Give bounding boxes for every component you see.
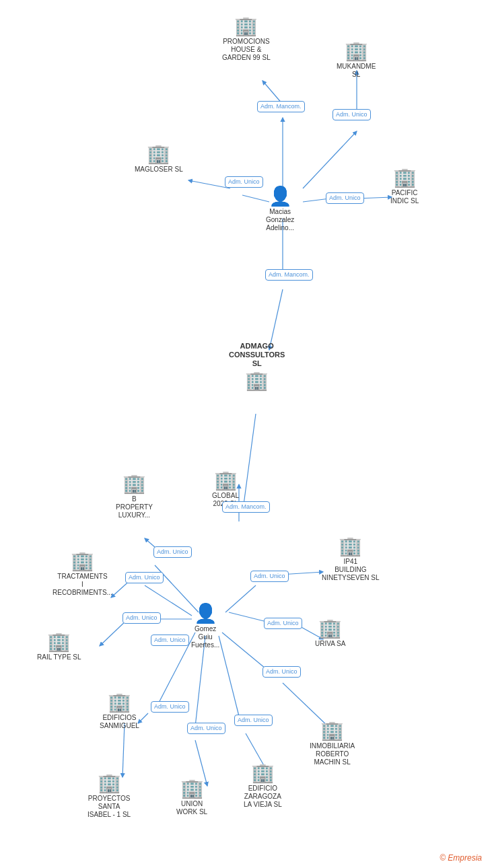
label-pacific: PACIFICINDIC SL [390,189,419,205]
relbox-adm-unico-rail: Adm. Unico [123,612,161,624]
node-admago: ADMAGOCONSSULTORSSL 🏢 [229,340,285,390]
building-icon-promocions: 🏢 [234,17,258,36]
svg-line-23 [138,713,148,723]
building-icon-unionwork: 🏢 [180,779,204,798]
node-edificio-zaragoza: 🏢 EDIFICIOZARAGOZALA VIEJA SL [244,764,282,809]
relbox-adm-unico-ip41: Adm. Unico [250,571,289,582]
label-tractaments: TRACTAMENTSIRECOBRIMENTS... [53,573,112,597]
building-icon-proyectos: 🏢 [98,774,121,793]
label-ip41: IP41BUILDINGNINETYSEVEN SL [322,558,380,582]
person-icon-macias: 👤 [269,187,292,206]
relbox-adm-unico-magloser: Adm. Unico [225,176,263,188]
label-admago-text: ADMAGOCONSSULTORSSL [229,342,285,369]
building-icon-tractaments: 🏢 [71,552,94,571]
relbox-adm-mancom-global: Adm. Mancom. [222,501,270,513]
label-zaragoza: EDIFICIOZARAGOZALA VIEJA SL [244,785,282,809]
node-proyectos: 🏢 PROYECTOSSANTAISABEL - 1 SL [88,774,131,819]
diagram: 🏢 PROMOCIONSHOUSE &GARDEN 99 SL 🏢 MUKAND… [0,0,490,868]
node-bproperty: 🏢 BPROPERTYLUXURY... [116,474,153,519]
relbox-adm-unico-zaragoza: Adm. Unico [234,715,273,726]
svg-line-14 [145,585,192,616]
relbox-adm-unico-bproperty: Adm. Unico [153,546,192,558]
connection-lines [0,0,490,868]
relbox-adm-unico-uriva: Adm. Unico [264,618,302,629]
label-railtype: RAIL TYPE SL [37,653,81,661]
svg-line-16 [225,585,256,612]
label-proyectos: PROYECTOSSANTAISABEL - 1 SL [88,795,131,819]
node-promocions: 🏢 PROMOCIONSHOUSE &GARDEN 99 SL [222,17,271,62]
building-icon-sanmiguel: 🏢 [108,693,131,712]
building-icon-magloser: 🏢 [147,145,170,164]
label-magloser: MAGLOSER SL [135,166,183,174]
node-tractaments: 🏢 TRACTAMENTSIRECOBRIMENTS... [53,552,112,597]
svg-line-2 [303,131,357,188]
building-icon-zaragoza: 🏢 [251,764,275,783]
person-icon-gomez: 👤 [194,604,217,623]
label-sanmiguel: EDIFICIOSSANMIGUEL [100,714,139,730]
building-icon-admago: 🏢 [245,371,269,390]
node-mukandme: 🏢 MUKANDMESL [337,42,376,79]
node-macias: 👤 MaciasGonzalezAdelino... [266,187,294,232]
svg-line-24 [222,632,269,672]
svg-line-28 [219,636,240,719]
building-icon-mukandme: 🏢 [345,42,368,61]
label-unionwork: UNIONWORK SL [176,800,207,816]
label-uriva: URIVA SA [315,640,345,648]
label-gomez: GomezGuiuFuertes... [191,625,219,649]
relbox-adm-unico-gomez2: Adm. Unico [151,635,189,646]
label-mukandme: MUKANDMESL [337,63,376,79]
relbox-adm-unico-inmob: Adm. Unico [262,666,301,678]
relbox-adm-mancom-2: Adm. Mancom. [265,269,313,281]
node-uriva: 🏢 URIVA SA [315,619,345,648]
building-icon-pacific: 🏢 [393,168,417,187]
label-promocions: PROMOCIONSHOUSE &GARDEN 99 SL [222,38,271,62]
node-railtype: 🏢 RAIL TYPE SL [37,632,81,661]
building-icon-global2023: 🏢 [214,471,238,490]
building-icon-uriva: 🏢 [318,619,342,638]
building-icon-inmobiliaria: 🏢 [320,721,344,740]
node-inmobiliaria: 🏢 INMOBILIARIAROBERTOMACHIN SL [310,721,355,766]
relbox-adm-unico-pacific: Adm. Unico [326,192,364,204]
node-pacific: 🏢 PACIFICINDIC SL [390,168,419,205]
svg-line-26 [195,636,205,727]
label-bproperty: BPROPERTYLUXURY... [116,495,153,519]
node-magloser: 🏢 MAGLOSER SL [135,145,183,174]
svg-line-4 [242,195,269,202]
building-icon-bproperty: 🏢 [123,474,146,493]
node-edificios-sanmiguel: 🏢 EDIFICIOSSANMIGUEL [100,693,139,730]
building-icon-railtype: 🏢 [47,632,71,651]
svg-line-10 [244,414,256,505]
relbox-adm-unico-tractaments: Adm. Unico [125,572,164,583]
svg-line-20 [229,612,269,622]
relbox-adm-unico-mukandme: Adm. Unico [332,109,371,120]
node-unionwork: 🏢 UNIONWORK SL [176,779,207,816]
relbox-adm-unico-union: Adm. Unico [187,723,225,734]
relbox-adm-unico-sanmiguel: Adm. Unico [151,701,189,713]
label-macias: MaciasGonzalezAdelino... [266,208,294,232]
svg-line-30 [123,723,125,777]
building-icon-ip41: 🏢 [339,537,362,556]
node-gomez: 👤 GomezGuiuFuertes... [191,604,219,649]
svg-line-5 [188,180,230,188]
watermark: © Empresia [440,853,482,863]
relbox-adm-mancom-1: Adm. Mancom. [257,101,305,112]
label-inmobiliaria: INMOBILIARIAROBERTOMACHIN SL [310,742,355,766]
node-ip41: 🏢 IP41BUILDINGNINETYSEVEN SL [322,537,380,582]
